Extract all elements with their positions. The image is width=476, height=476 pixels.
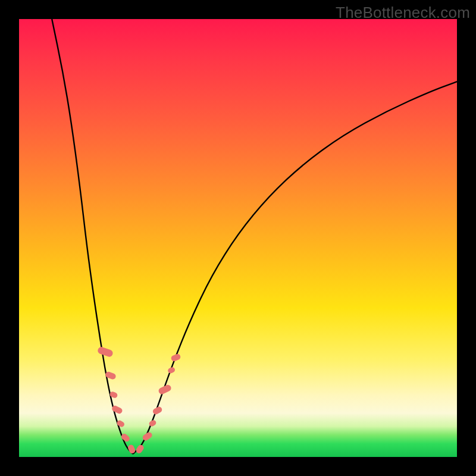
outer-frame: TheBottleneck.com <box>0 0 476 476</box>
curve-group <box>52 19 457 454</box>
curve-marker <box>167 367 176 374</box>
curve-left-branch <box>52 19 133 454</box>
chart-svg <box>19 19 457 457</box>
curve-right-branch <box>133 82 457 454</box>
marker-group <box>97 346 181 454</box>
curve-marker <box>135 444 145 455</box>
curve-marker <box>170 353 181 362</box>
curve-marker <box>148 419 157 427</box>
plot-area <box>19 19 457 457</box>
curve-marker <box>97 346 114 358</box>
watermark-text: TheBottleneck.com <box>336 4 470 22</box>
